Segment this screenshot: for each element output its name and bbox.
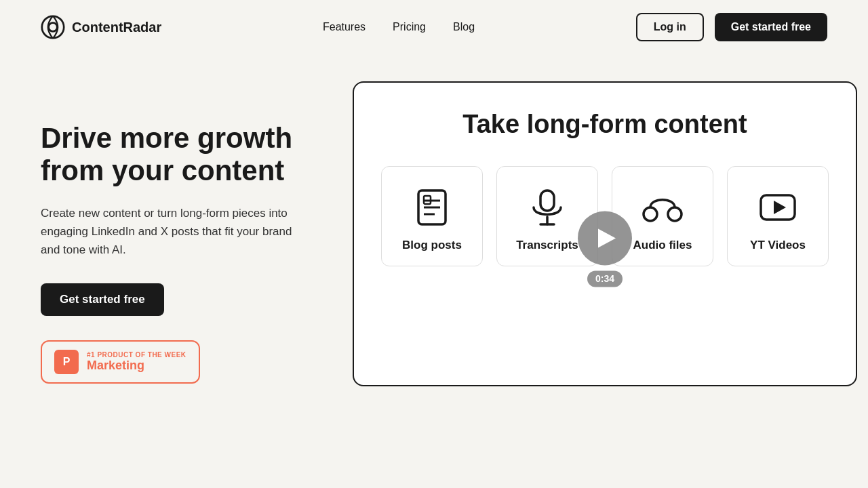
badge-rank: #1 PRODUCT OF THE WEEK: [87, 351, 186, 359]
svg-point-11: [668, 207, 682, 221]
content-card-yt: YT Videos: [727, 166, 829, 266]
hero-description: Create new content or turn long-form pie…: [41, 204, 298, 260]
product-hunt-badge: P #1 PRODUCT OF THE WEEK Marketing: [41, 340, 200, 384]
badge-text: #1 PRODUCT OF THE WEEK Marketing: [87, 351, 186, 373]
navbar: ContentRadar Features Pricing Blog Log i…: [0, 0, 868, 54]
svg-point-1: [49, 23, 58, 32]
logo[interactable]: ContentRadar: [41, 15, 161, 39]
login-button[interactable]: Log in: [636, 13, 704, 41]
nav-pricing[interactable]: Pricing: [393, 21, 426, 33]
blog-posts-label: Blog posts: [402, 239, 462, 252]
brand-name: ContentRadar: [72, 20, 161, 35]
content-card-transcripts: Transcripts: [496, 166, 598, 266]
nav-features[interactable]: Features: [323, 21, 366, 33]
svg-marker-13: [774, 201, 786, 214]
video-panel: Take long-form content Blog posts: [353, 81, 857, 386]
hero-title: Drive more growth from your content: [41, 122, 326, 188]
nav-blog[interactable]: Blog: [453, 21, 475, 33]
hero-left: Drive more growth from your content Crea…: [41, 95, 326, 384]
transcripts-label: Transcripts: [516, 239, 578, 252]
svg-point-0: [42, 16, 64, 38]
hero-cta-button[interactable]: Get started free: [41, 283, 164, 316]
blog-posts-icon: [412, 187, 452, 228]
yt-videos-label: YT Videos: [750, 239, 806, 252]
hero-right: Take long-form content Blog posts: [353, 81, 857, 386]
transcripts-icon: [527, 187, 568, 228]
content-card-audio: Audio files: [612, 166, 713, 266]
nav-actions: Log in Get started free: [636, 13, 827, 41]
yt-videos-icon: [757, 187, 798, 228]
logo-icon: [41, 15, 65, 39]
product-hunt-icon: P: [54, 350, 79, 374]
video-timestamp: 0:34: [587, 270, 623, 287]
get-started-button[interactable]: Get started free: [715, 13, 827, 41]
video-panel-title: Take long-form content: [381, 110, 829, 139]
audio-files-label: Audio files: [633, 239, 692, 252]
audio-files-icon: [642, 187, 683, 228]
content-types: Blog posts Transcripts: [381, 166, 829, 266]
content-card-blog: Blog posts: [381, 166, 483, 266]
main-content: Drive more growth from your content Crea…: [0, 54, 868, 386]
svg-rect-7: [540, 190, 554, 211]
badge-category: Marketing: [87, 359, 186, 373]
svg-point-10: [644, 207, 657, 221]
nav-links: Features Pricing Blog: [323, 21, 475, 33]
